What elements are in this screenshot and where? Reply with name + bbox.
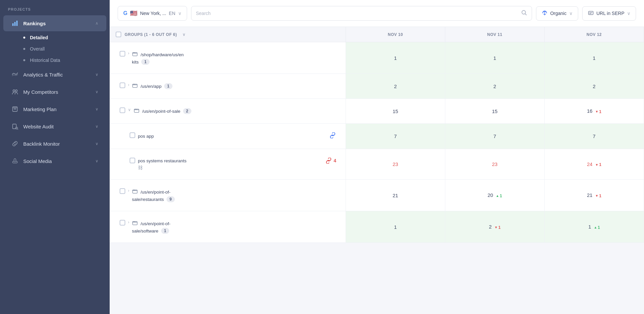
arrow-up-icon: ▲: [496, 194, 499, 198]
row7-nov12: 1 ▲1: [544, 211, 644, 243]
row6-nov12-change: ▼1: [595, 194, 601, 198]
row2-badge: 1: [164, 83, 172, 89]
row2-expand-icon[interactable]: ›: [128, 82, 129, 87]
svg-rect-0: [12, 23, 14, 26]
row5-nov10: 23: [346, 149, 445, 180]
arrow-down-icon: ▼: [494, 226, 498, 229]
organic-label: Organic: [550, 11, 567, 16]
row7-url: /us/en/point-of-: [141, 221, 170, 226]
arrow-down-icon: ▼: [595, 110, 598, 113]
competitors-label: My Competitors: [23, 89, 95, 95]
detailed-label: Detailed: [30, 35, 48, 40]
row2-nov10: 2: [346, 74, 445, 99]
row7-url2: sale/software: [132, 229, 159, 234]
sidebar-item-competitors[interactable]: My Competitors ∨: [3, 84, 106, 100]
row7-nov11: 2 ▼1: [445, 211, 544, 243]
location-selector[interactable]: G 🇺🇸 New York, ... EN ∨: [118, 6, 187, 21]
row3-nov10: 15: [346, 99, 445, 124]
svg-line-11: [18, 129, 18, 130]
row6-checkbox[interactable]: [120, 188, 125, 194]
sidebar-item-backlink[interactable]: Backlink Monitor ∨: [3, 136, 106, 152]
row5-checkbox[interactable]: [130, 158, 135, 163]
row7-nov12-change: ▲1: [594, 225, 600, 230]
row3-checkbox[interactable]: [120, 107, 125, 113]
sidebar-item-marketing[interactable]: Marketing Plan ∨: [3, 101, 106, 117]
svg-rect-1: [14, 22, 16, 26]
row5-nov12-change: ▼1: [595, 162, 601, 167]
row4-keyword: pos app: [138, 134, 154, 139]
nov12-column-header: NOV 12: [544, 27, 644, 42]
url-cell-row6: › /us/en/point-of-: [110, 180, 346, 211]
audit-label: Website Audit: [23, 124, 95, 129]
row1-url-suffix: kits: [132, 60, 139, 65]
url-cell-row7: › /us/en/point-of-: [110, 211, 346, 243]
sidebar-item-overall[interactable]: Overall: [3, 44, 106, 54]
row4-nov10: 7: [346, 124, 445, 149]
groups-header-text: GROUPS (1 - 6 OUT OF 6): [125, 32, 177, 37]
projects-label: PROJECTS: [0, 0, 110, 15]
select-all-checkbox[interactable]: [116, 32, 121, 37]
sidebar-item-social[interactable]: Social Media ∨: [3, 153, 106, 169]
row1-expand-icon[interactable]: ›: [128, 51, 129, 56]
row5-link-count: 4: [334, 158, 336, 163]
groups-column-header: GROUPS (1 - 6 OUT OF 6) ∨: [110, 27, 346, 42]
organic-selector[interactable]: Organic ∨: [536, 6, 578, 21]
audit-icon: [11, 123, 19, 130]
backlink-icon: [11, 140, 19, 147]
competitors-icon: [11, 88, 19, 95]
row1-nov11: 1: [445, 42, 544, 74]
toolbar: G 🇺🇸 New York, ... EN ∨: [110, 0, 644, 27]
row6-expand-icon[interactable]: ›: [128, 188, 129, 193]
organic-icon: [542, 10, 548, 17]
svg-rect-15: [589, 11, 593, 15]
sidebar-item-analytics[interactable]: Analytics & Traffic ∨: [3, 67, 106, 82]
google-icon: G: [123, 10, 127, 16]
row6-nov11-change: ▲1: [496, 194, 502, 198]
row2-checkbox[interactable]: [120, 82, 125, 88]
analytics-chevron: ∨: [95, 72, 98, 77]
organic-chevron-icon: ∨: [569, 11, 573, 16]
row3-expand-icon[interactable]: ∨: [128, 107, 131, 112]
url-cell-row1: › /shop/hardware/us/en: [110, 42, 346, 74]
row6-nov11: 20 ▲1: [445, 180, 544, 211]
svg-line-14: [525, 14, 526, 15]
row7-badge: 1: [161, 228, 169, 234]
sidebar-item-detailed[interactable]: Detailed: [3, 32, 106, 43]
overall-dot: [23, 48, 25, 50]
row6-nov12: 21 ▼1: [544, 180, 644, 211]
arrow-up-icon: ▲: [594, 226, 597, 229]
row6-badge: 9: [166, 196, 175, 202]
svg-point-13: [522, 11, 525, 14]
row6-nov10: 21: [346, 180, 445, 211]
table-row: › /us/en/point-of-: [110, 180, 644, 211]
row4-checkbox[interactable]: [130, 132, 135, 138]
rankings-chevron: ∧: [95, 21, 98, 26]
rankings-table: GROUPS (1 - 6 OUT OF 6) ∨ NOV 10 NOV 11 …: [110, 27, 644, 243]
main-content: G 🇺🇸 New York, ... EN ∨: [110, 0, 644, 314]
sidebar-item-rankings[interactable]: Rankings ∧: [3, 15, 106, 31]
sidebar-rankings-label: Rankings: [23, 21, 95, 26]
url-serp-selector[interactable]: URL in SERP ∨: [582, 6, 636, 21]
url-cell-row4: pos app: [110, 124, 346, 149]
analytics-icon: [11, 71, 19, 78]
row7-expand-icon[interactable]: ›: [128, 220, 129, 225]
search-input[interactable]: [196, 11, 521, 16]
table-row: › /us/en/app 1: [110, 74, 644, 99]
social-icon: [11, 157, 19, 165]
sidebar-item-historical-data[interactable]: Historical Data: [3, 55, 106, 66]
location-text: New York, ...: [140, 11, 166, 16]
row3-url: /us/en/point-of-sale: [142, 109, 180, 114]
row4-nov11: 7: [445, 124, 544, 149]
table-row: pos systems restaurants 4: [110, 149, 644, 180]
table-row: › /us/en/point-of-: [110, 211, 644, 243]
sidebar-item-audit[interactable]: Website Audit ∨: [3, 118, 106, 134]
row3-nov12: 16 ▼1: [544, 99, 644, 124]
row2-nov12: 2: [544, 74, 644, 99]
row5-nov12: 24 ▼1: [544, 149, 644, 180]
row7-checkbox[interactable]: [120, 220, 125, 226]
bar-chart-icon: [11, 20, 19, 27]
audit-chevron: ∨: [95, 124, 98, 129]
row1-checkbox[interactable]: [120, 51, 125, 57]
row5-link-icon: 4: [325, 158, 336, 164]
rankings-table-container[interactable]: GROUPS (1 - 6 OUT OF 6) ∨ NOV 10 NOV 11 …: [110, 27, 644, 314]
